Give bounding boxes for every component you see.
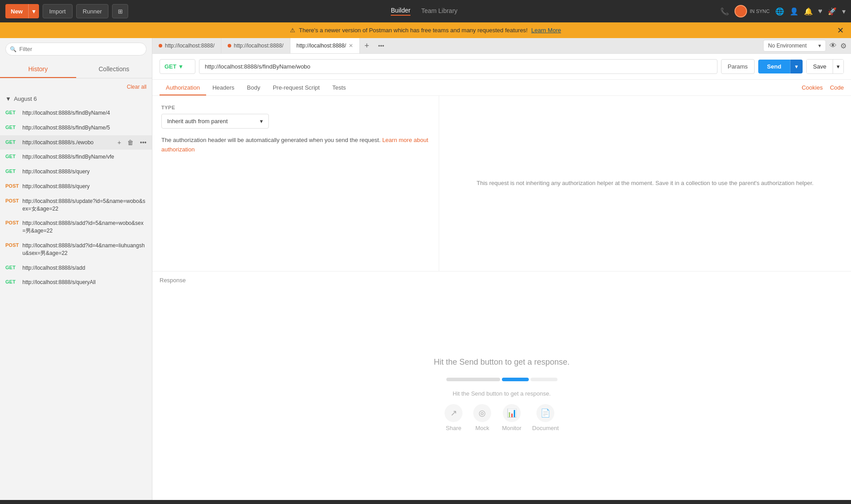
- auth-left-panel: TYPE Inherit auth from parent ▾ The auth…: [152, 96, 439, 271]
- auth-right-message: This request is not inheriting any autho…: [477, 179, 814, 188]
- request-url: http://localhost:8888/s./ewobo: [22, 139, 94, 146]
- person-icon[interactable]: 👤: [790, 7, 799, 16]
- mock-button[interactable]: ◎ Mock: [473, 404, 491, 431]
- flow-button[interactable]: ⊞: [112, 4, 128, 18]
- filter-input[interactable]: [5, 43, 147, 56]
- more-tabs-button[interactable]: •••: [374, 43, 389, 49]
- delete-action-icon[interactable]: 🗑: [125, 138, 135, 147]
- auth-right-panel: This request is not inheriting any autho…: [439, 96, 851, 271]
- method-label: POST: [5, 220, 22, 225]
- document-button[interactable]: 📄 Document: [532, 404, 559, 431]
- auth-description: The authorization header will be automat…: [161, 136, 430, 155]
- bell-icon[interactable]: 🔔: [804, 7, 813, 16]
- list-item[interactable]: GET http://localhost:8888/s/add: [0, 261, 152, 276]
- tab-headers[interactable]: Headers: [206, 80, 241, 95]
- rocket-icon[interactable]: 🚀: [828, 7, 837, 16]
- request-tab-active[interactable]: http://localhost:8888/ ✕: [290, 38, 360, 53]
- params-button[interactable]: Params: [721, 59, 755, 74]
- tab-url-label: http://localhost:8888/: [297, 43, 346, 49]
- runner-button[interactable]: Runner: [76, 4, 109, 18]
- phone-icon[interactable]: 📞: [720, 7, 729, 16]
- globe-icon[interactable]: 🌐: [775, 7, 784, 16]
- list-item[interactable]: GET http://localhost:8888/s/findByName/4: [0, 106, 152, 121]
- progress-bar: [446, 378, 557, 381]
- history-date-group: ▼ August 6: [0, 92, 152, 106]
- request-tab[interactable]: http://localhost:8888/: [152, 38, 221, 53]
- send-button[interactable]: Send: [758, 60, 791, 73]
- list-item[interactable]: POST http://localhost:8888/s/update?id=5…: [0, 194, 152, 216]
- learn-more-link[interactable]: Learn More: [531, 27, 561, 34]
- list-item[interactable]: POST http://localhost:8888/s/query: [0, 179, 152, 194]
- cookies-link[interactable]: Cookies: [802, 80, 823, 95]
- arrow-down-icon[interactable]: ▾: [842, 7, 846, 16]
- tab-close-button[interactable]: ✕: [349, 43, 353, 49]
- response-body: Hit the Send button to get a response. H…: [152, 289, 851, 500]
- method-label: GET: [5, 153, 22, 159]
- method-label: POST: [5, 183, 22, 189]
- new-button-label[interactable]: New: [5, 8, 28, 15]
- code-link[interactable]: Code: [830, 80, 844, 95]
- save-button-group: Save ▾: [806, 59, 844, 74]
- method-value: GET: [164, 63, 177, 70]
- list-item[interactable]: GET http://localhost:8888/s/findByName/5: [0, 121, 152, 135]
- type-select[interactable]: Inherit auth from parent ▾: [161, 114, 269, 129]
- update-banner: ⚠ There's a newer version of Postman whi…: [0, 22, 851, 38]
- method-select[interactable]: GET ▾: [160, 59, 195, 74]
- tab-history[interactable]: History: [0, 60, 76, 78]
- import-button[interactable]: Import: [43, 4, 73, 18]
- main-layout: 🔍 History Collections Clear all ▼ August…: [0, 38, 851, 500]
- item-actions: + 🗑 •••: [116, 138, 148, 147]
- add-action-icon[interactable]: +: [116, 138, 123, 147]
- send-arrow-button[interactable]: ▾: [790, 60, 803, 73]
- tab-authorization[interactable]: Authorization: [160, 80, 206, 95]
- env-label: No Environment: [768, 43, 807, 49]
- list-item[interactable]: GET http://localhost:8888/s./ewobo + 🗑 •…: [0, 135, 152, 150]
- tab-collections[interactable]: Collections: [76, 60, 152, 78]
- team-library-nav[interactable]: Team Library: [421, 7, 458, 15]
- collapse-arrow-icon[interactable]: ▼: [5, 95, 11, 102]
- list-item[interactable]: GET http://localhost:8888/s/query: [0, 164, 152, 179]
- add-tab-button[interactable]: +: [360, 41, 374, 51]
- share-button[interactable]: ↗ Share: [445, 404, 462, 431]
- request-url: http://localhost:8888/s/add: [22, 264, 85, 272]
- more-action-icon[interactable]: •••: [138, 138, 148, 147]
- type-chevron-icon: ▾: [260, 118, 263, 125]
- list-item[interactable]: GET http://localhost:8888/s/findByName/v…: [0, 150, 152, 164]
- method-label: POST: [5, 198, 22, 203]
- new-button[interactable]: New ▾: [5, 4, 39, 18]
- banner-close-button[interactable]: ✕: [837, 26, 844, 35]
- request-url: http://localhost:8888/s/findByName/vfe: [22, 153, 114, 161]
- request-tab[interactable]: http://localhost:8888/: [221, 38, 290, 53]
- method-label: GET: [5, 124, 22, 130]
- heart-icon[interactable]: ♥: [818, 7, 823, 15]
- save-arrow-button[interactable]: ▾: [833, 60, 843, 73]
- sidebar-search-area: 🔍: [0, 38, 152, 60]
- method-label: GET: [5, 264, 22, 270]
- list-item[interactable]: GET http://localhost:8888/s/queryAll: [0, 275, 152, 290]
- sync-badge: IN SYNC: [734, 5, 770, 17]
- new-button-arrow[interactable]: ▾: [28, 4, 39, 18]
- tab-pre-request-script[interactable]: Pre-request Script: [267, 80, 326, 95]
- list-item[interactable]: POST http://localhost:8888/s/add?id=4&na…: [0, 238, 152, 261]
- environment-select[interactable]: No Environment ▾: [763, 40, 826, 52]
- sync-label: IN SYNC: [750, 9, 770, 14]
- send-button-group: Send ▾: [758, 60, 803, 73]
- save-button[interactable]: Save: [807, 60, 833, 73]
- tab-tests[interactable]: Tests: [326, 80, 352, 95]
- document-icon: 📄: [536, 404, 554, 422]
- settings-icon[interactable]: ⚙: [840, 42, 847, 50]
- builder-nav[interactable]: Builder: [391, 7, 410, 16]
- banner-message: There's a newer version of Postman which…: [299, 27, 527, 34]
- progress-seg-2: [502, 378, 529, 381]
- clear-all-button[interactable]: Clear all: [0, 82, 152, 92]
- send-hint-text: Hit the Send button to get a response.: [434, 358, 570, 367]
- url-input[interactable]: [199, 59, 717, 74]
- eye-icon[interactable]: 👁: [829, 42, 837, 50]
- action-buttons: ↗ Share ◎ Mock 📊 Monitor 📄 Document: [445, 404, 559, 431]
- monitor-button[interactable]: 📊 Monitor: [502, 404, 521, 431]
- list-item[interactable]: POST http://localhost:8888/s/add?id=5&na…: [0, 216, 152, 238]
- method-label: POST: [5, 242, 22, 248]
- tab-body[interactable]: Body: [241, 80, 267, 95]
- progress-seg-3: [531, 378, 557, 381]
- auth-panel: TYPE Inherit auth from parent ▾ The auth…: [152, 96, 851, 271]
